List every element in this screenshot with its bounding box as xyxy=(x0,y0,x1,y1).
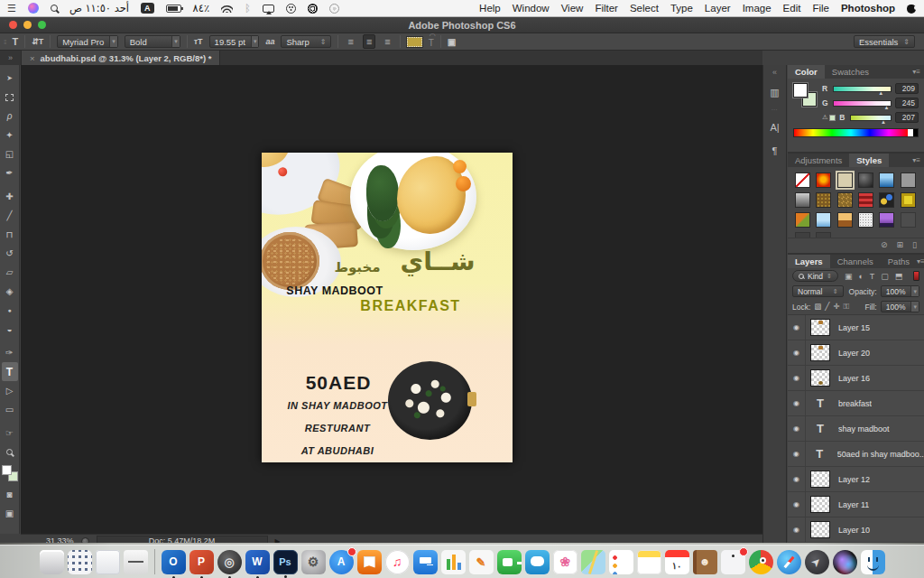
system-preferences-icon[interactable]: ⚙ xyxy=(301,550,326,574)
pen-tool[interactable]: ✑ xyxy=(2,343,18,362)
documents-folder-icon[interactable] xyxy=(96,550,120,574)
type-tool-preset-icon[interactable]: T xyxy=(12,36,18,47)
font-family-select[interactable]: Myriad Pro▾ xyxy=(57,35,117,48)
style-swatch-selected[interactable] xyxy=(837,172,853,188)
style-swatch[interactable] xyxy=(901,212,916,228)
style-swatch[interactable] xyxy=(879,192,894,208)
filter-type-icon[interactable]: T xyxy=(870,272,875,281)
tab-swatches[interactable]: Swatches xyxy=(825,65,876,79)
document-tab[interactable]: × abudhabi.psd @ 31.3% (Layer 2, RGB/8*)… xyxy=(22,51,220,65)
layer-thumbnail[interactable] xyxy=(810,319,830,336)
style-swatch[interactable] xyxy=(795,172,810,188)
toggle-panels-icon[interactable]: ▣ xyxy=(448,37,456,47)
style-swatch[interactable] xyxy=(837,192,853,208)
history-brush-tool[interactable]: ↺ xyxy=(2,244,18,263)
path-select-tool[interactable]: ▷ xyxy=(2,381,18,400)
panel-menu-icon[interactable]: ▾≡ xyxy=(917,257,924,266)
layer-row[interactable]: ◉ Layer 20 xyxy=(788,340,924,366)
layer-thumbnail[interactable] xyxy=(810,496,830,513)
red-value[interactable]: 209 xyxy=(895,83,919,94)
style-swatch[interactable] xyxy=(795,212,810,228)
visibility-eye-icon[interactable]: ◉ xyxy=(788,391,806,415)
style-swatch-empty[interactable] xyxy=(816,232,831,238)
poster-document[interactable]: شــاي مخبوط SHAY MADBOOT BREAKFAST 50AED… xyxy=(262,153,513,462)
books-icon[interactable] xyxy=(357,550,382,574)
reminders-icon[interactable] xyxy=(609,550,633,574)
canvas-area[interactable]: شــاي مخبوط SHAY MADBOOT BREAKFAST 50AED… xyxy=(21,65,762,534)
paragraph-panel-icon[interactable]: ¶ xyxy=(772,145,778,156)
tab-adjustments[interactable]: Adjustments xyxy=(788,154,849,167)
photo-booth-icon[interactable] xyxy=(721,550,745,574)
visibility-eye-icon[interactable]: ◉ xyxy=(788,315,806,340)
style-swatch[interactable] xyxy=(795,192,810,208)
siri-icon[interactable] xyxy=(28,3,39,14)
layer-row[interactable]: ◉ T breakfast xyxy=(788,391,924,416)
style-swatch[interactable] xyxy=(816,192,831,208)
filter-shape-icon[interactable]: ▢ xyxy=(881,272,889,281)
photos-icon[interactable]: ❀ xyxy=(553,550,578,574)
layer-row[interactable]: ◉ Layer 16 xyxy=(788,366,924,391)
filter-smart-icon[interactable]: ⬒ xyxy=(895,272,903,281)
delete-style-icon[interactable]: ▯ xyxy=(912,240,917,249)
green-slider[interactable]: ▲ xyxy=(833,100,892,107)
align-center-icon[interactable]: ≡ xyxy=(363,34,375,49)
clear-style-icon[interactable]: ⊘ xyxy=(881,240,888,249)
paint-bucket-tool[interactable]: ◈ xyxy=(2,282,18,301)
layer-row[interactable]: ◉ T 50aed in shay madboo... xyxy=(788,442,924,467)
color-spectrum-ramp[interactable] xyxy=(793,128,919,137)
layer-thumbnail[interactable] xyxy=(810,521,830,538)
layer-thumbnail[interactable] xyxy=(810,369,830,387)
menu-type[interactable]: Type xyxy=(670,3,693,14)
layer-row[interactable]: ◉ Layer 15 xyxy=(788,315,924,340)
powerpoint-icon[interactable]: P xyxy=(189,550,214,574)
options-grip[interactable]: ⁞⁞ xyxy=(4,38,5,46)
visibility-eye-icon[interactable]: ◉ xyxy=(788,442,806,466)
marquee-tool[interactable] xyxy=(2,88,18,107)
align-right-icon[interactable]: ≡ xyxy=(382,35,393,48)
word-icon[interactable]: W xyxy=(245,550,270,574)
photoshop-icon[interactable]: Ps xyxy=(273,550,298,574)
siri-dock-icon[interactable] xyxy=(833,550,857,574)
gamut-warning-icon[interactable]: ⚠ xyxy=(822,114,827,121)
layer-thumbnail[interactable] xyxy=(810,344,830,361)
menu-filter[interactable]: Filter xyxy=(595,3,618,14)
eyedropper-tool[interactable]: ✒ xyxy=(2,163,18,182)
green-value[interactable]: 245 xyxy=(895,98,919,108)
lock-move-icon[interactable]: ✛ xyxy=(833,302,839,312)
panel-menu-icon[interactable]: ▾≡ xyxy=(912,156,920,164)
warp-text-icon[interactable]: T xyxy=(429,36,434,48)
healing-brush-tool[interactable]: ✚ xyxy=(2,187,18,206)
layer-row[interactable]: ◉ Layer 10 xyxy=(788,517,924,543)
menu-bar-clock[interactable]: أحد ١١:٥٠ ص xyxy=(69,2,129,14)
foreground-color-swatch[interactable] xyxy=(2,465,12,475)
finder-icon[interactable] xyxy=(861,550,885,574)
lasso-tool[interactable]: ρ xyxy=(2,107,18,126)
panel-menu-icon[interactable]: ▾≡ xyxy=(912,68,920,76)
menu-help[interactable]: Help xyxy=(479,3,501,14)
tab-overflow-chevrons[interactable]: » xyxy=(0,51,22,65)
style-swatch[interactable] xyxy=(816,212,831,228)
fill-select[interactable]: 100%▾ xyxy=(881,301,919,312)
contacts-icon[interactable]: ☻ xyxy=(693,550,717,574)
blue-slider[interactable]: ▲ xyxy=(850,115,892,121)
visibility-eye-icon[interactable]: ◉ xyxy=(788,340,806,365)
layer-thumbnail[interactable] xyxy=(810,471,830,488)
printer-icon[interactable] xyxy=(124,550,148,574)
menu-window[interactable]: Window xyxy=(513,3,550,14)
visibility-eye-icon[interactable]: ◉ xyxy=(788,416,806,441)
style-swatch[interactable] xyxy=(858,212,873,228)
keynote-icon[interactable] xyxy=(413,550,438,574)
tab-layers[interactable]: Layers xyxy=(788,255,830,268)
style-swatch-empty[interactable] xyxy=(795,232,810,238)
lock-paint-icon[interactable]: ╱ xyxy=(825,302,829,312)
blur-tool[interactable]: ● xyxy=(2,301,18,320)
style-swatch[interactable] xyxy=(879,172,894,188)
spiral-app-icon[interactable]: ◎ xyxy=(217,550,242,574)
menu-photoshop[interactable]: Photoshop xyxy=(841,3,895,14)
notes-icon[interactable] xyxy=(637,550,661,574)
filter-toggle[interactable] xyxy=(913,271,919,281)
app-status-icon-dark[interactable] xyxy=(308,4,318,14)
eraser-tool[interactable]: ▱ xyxy=(2,263,18,282)
font-style-select[interactable]: Bold▾ xyxy=(125,35,180,48)
hand-tool[interactable]: ☞ xyxy=(2,424,18,443)
